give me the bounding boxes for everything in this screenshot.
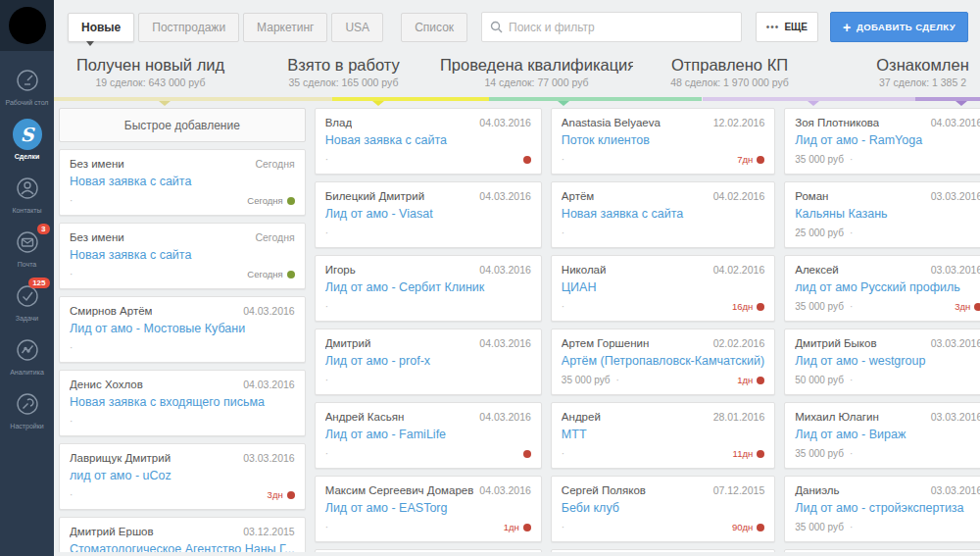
quick-action-dash[interactable]: ·: [70, 195, 73, 206]
search-input[interactable]: [509, 21, 733, 34]
deal-title-link[interactable]: Лид от амо - Мостовые Кубани: [70, 322, 295, 335]
quick-action-dash[interactable]: ·: [562, 522, 564, 532]
more-button[interactable]: ••• ЕЩЕ: [756, 12, 818, 42]
deal-card[interactable]: Anastasia Belyaeva12.02.2016Поток клиент…: [551, 108, 775, 175]
deal-card[interactable]: Артем Горшенин02.02.2016Артём (Петропавл…: [551, 329, 775, 395]
deal-title-link[interactable]: Новая заявка с входящего письма: [70, 395, 295, 409]
deal-card[interactable]: Дмитрий Быков03.03.2016Лид от амо - west…: [784, 329, 980, 395]
quick-action-dash[interactable]: ·: [562, 301, 564, 312]
deal-title-link[interactable]: Лид от амо - стройэкспертиза: [795, 501, 980, 515]
contacts-icon: [13, 174, 42, 203]
deal-card[interactable]: Андрей Касьян04.03.2016Лид от амо - Fami…: [315, 402, 542, 469]
quick-action-dash[interactable]: ·: [616, 375, 619, 385]
deal-contact-name: Андрей: [562, 411, 601, 423]
deal-price: 35 000 руб: [562, 375, 611, 385]
deal-title-link[interactable]: Лид от амо - Вираж: [795, 428, 980, 441]
deal-card[interactable]: Билецкий Дмитрий04.03.2016Лид от амо - V…: [315, 181, 542, 248]
deal-title-link[interactable]: Лид от амо - EASTorg: [325, 501, 531, 515]
deal-date: 12.02.2016: [713, 117, 765, 128]
quick-action-dash[interactable]: ·: [325, 154, 328, 165]
deal-card[interactable]: Сергей Поляков07.12.2015Беби клуб·90дн: [551, 476, 775, 542]
deal-title-link[interactable]: Лид от амо - prof-x: [325, 354, 531, 368]
quick-action-dash[interactable]: ·: [850, 375, 853, 385]
deal-card[interactable]: Лаврищук Дмитрий03.03.2016лид от амо - u…: [59, 443, 306, 510]
deal-card[interactable]: Смирнов Артём04.03.2016Лид от амо - Мост…: [59, 296, 306, 363]
deal-card[interactable]: Андрей28.01.2016МТТ·11дн: [551, 402, 775, 469]
quick-action-dash[interactable]: ·: [850, 522, 853, 532]
deal-card[interactable]: Без имениСегодняНовая заявка с сайта·Сег…: [59, 223, 306, 289]
deal-card[interactable]: Глеб30.11.2015ГК «АЛОР»·: [551, 549, 775, 552]
deal-card[interactable]: Дмитрий Ершов03.12.2015Стоматологическое…: [59, 517, 306, 552]
tab-novye[interactable]: Новые: [68, 13, 134, 42]
quick-action-dash[interactable]: ·: [562, 154, 564, 165]
tab-marketing[interactable]: Маркетинг: [243, 13, 327, 42]
deal-title-link[interactable]: Кальяны Казань: [795, 207, 980, 221]
deal-card[interactable]: Даниэль03.03.2016Лид от амо - стройэкспе…: [784, 476, 980, 542]
add-deal-button[interactable]: + ДОБАВИТЬ СДЕЛКУ: [830, 12, 968, 42]
deal-title-link[interactable]: Лид от амо - westgroup: [795, 354, 980, 368]
deal-title-link[interactable]: МТТ: [562, 428, 764, 441]
kanban-column: Быстрое добавлениеБез имениСегодняНовая …: [54, 101, 310, 552]
deal-card[interactable]: Данил Фролов04.03.2016Лид от амо - ООО С…: [315, 549, 542, 552]
quick-action-dash[interactable]: ·: [850, 227, 853, 238]
deal-title-link[interactable]: Новая заявка с сайта: [562, 207, 764, 221]
deal-card[interactable]: Игорь04.03.2016Лид от амо - Сербит Клини…: [315, 255, 542, 322]
deal-title-link[interactable]: ЦИАН: [562, 280, 764, 294]
deal-title-link[interactable]: Новая заявка с сайта: [70, 175, 295, 188]
quick-action-dash[interactable]: ·: [850, 448, 853, 459]
sidebar-item-mail[interactable]: 3Почта: [0, 221, 54, 275]
quick-action-dash[interactable]: ·: [325, 375, 328, 385]
tab-usa[interactable]: USA: [331, 13, 383, 42]
deal-card[interactable]: Максим Сергеевич Домарев04.03.2016Лид от…: [315, 476, 542, 542]
deal-title-link[interactable]: Лид от амо - Viasat: [325, 207, 531, 221]
deal-card[interactable]: Зоя Плотникова04.03.2016Лид от амо - Ram…: [784, 108, 980, 175]
quick-action-dash[interactable]: ·: [70, 342, 73, 353]
deal-card[interactable]: Михаил Юлагин03.03.2016Лид от амо - Вира…: [784, 402, 980, 469]
quick-action-dash[interactable]: ·: [325, 448, 328, 459]
deal-contact-name: Лаврищук Дмитрий: [70, 452, 171, 464]
sidebar-item-dashboard[interactable]: Рабочий стол: [0, 59, 54, 113]
sidebar-item-contacts[interactable]: Контакты: [0, 167, 54, 221]
quick-add-button[interactable]: Быстрое добавление: [59, 108, 306, 142]
tab-list-view[interactable]: Список: [401, 13, 467, 42]
deal-title-link[interactable]: лид от амо Русский профиль: [795, 280, 980, 294]
quick-action-dash[interactable]: ·: [70, 489, 73, 500]
deal-title-link[interactable]: Лид от амо - Сербит Клиник: [325, 280, 531, 294]
deal-title-link[interactable]: Беби клуб: [562, 501, 764, 515]
overdue-days: 3дн: [955, 301, 970, 312]
deal-title-link[interactable]: Артём (Петропавловск-Камчатский): [562, 354, 764, 368]
deal-card[interactable]: Влад04.03.2016Новая заявка с сайта·: [315, 108, 542, 175]
sidebar-item-analytics[interactable]: Аналитика: [0, 329, 54, 382]
tab-postprodazhi[interactable]: Постпродажи: [138, 13, 239, 42]
deal-date: 03.03.2016: [931, 264, 980, 276]
quick-action-dash[interactable]: ·: [850, 301, 853, 312]
deal-title-link[interactable]: лид от амо - uCoz: [70, 469, 295, 482]
quick-action-dash[interactable]: ·: [325, 227, 328, 238]
quick-action-dash[interactable]: ·: [562, 227, 564, 238]
sidebar-item-label: Рабочий стол: [6, 99, 49, 107]
quick-action-dash[interactable]: ·: [70, 269, 73, 279]
deal-card[interactable]: Дмитрий04.03.2016Лид от амо - prof-x·: [315, 329, 542, 395]
app-logo[interactable]: [0, 0, 54, 51]
deal-title-link[interactable]: Поток клиентов: [562, 133, 764, 147]
quick-action-dash[interactable]: ·: [325, 301, 328, 312]
quick-action-dash[interactable]: ·: [850, 154, 853, 165]
deal-card[interactable]: Денис Хохлов04.03.2016Новая заявка с вхо…: [59, 370, 306, 436]
deal-card[interactable]: Александр03.03.2016Новый лид от амо - Па…: [784, 549, 980, 552]
deal-card[interactable]: Артём04.02.2016Новая заявка с сайта·: [551, 181, 775, 248]
deal-title-link[interactable]: Стоматологическое Агентство Наны Г...: [70, 542, 295, 552]
quick-action-dash[interactable]: ·: [562, 448, 564, 459]
sidebar-item-deals[interactable]: SСделки: [0, 113, 54, 167]
deal-card[interactable]: Николай04.02.2016ЦИАН·16дн: [551, 255, 775, 322]
deal-card[interactable]: Без имениСегодняНовая заявка с сайта·Сег…: [59, 149, 306, 216]
deal-title-link[interactable]: Лид от амо - FamiLife: [325, 428, 531, 441]
deal-card[interactable]: Алексей03.03.2016лид от амо Русский проф…: [784, 255, 980, 322]
deal-card[interactable]: Роман03.03.2016Кальяны Казань25 000 руб·: [784, 181, 980, 248]
sidebar-item-settings[interactable]: Настройки: [0, 382, 54, 436]
quick-action-dash[interactable]: ·: [70, 416, 73, 427]
quick-action-dash[interactable]: ·: [325, 522, 328, 532]
deal-title-link[interactable]: Лид от амо - RamYoga: [795, 133, 980, 147]
deal-title-link[interactable]: Новая заявка с сайта: [70, 248, 295, 262]
sidebar-item-tasks[interactable]: 125Задачи: [0, 275, 54, 329]
deal-title-link[interactable]: Новая заявка с сайта: [325, 133, 531, 147]
